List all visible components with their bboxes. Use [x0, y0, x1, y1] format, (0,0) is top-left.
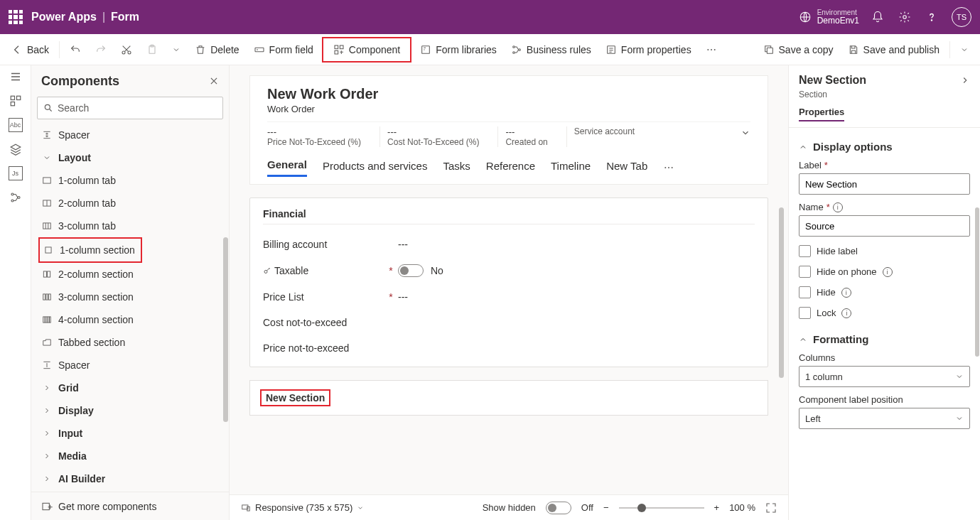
group-display-options[interactable]: Display options	[799, 141, 970, 153]
avatar[interactable]: TS	[952, 7, 971, 27]
tab-products[interactable]: Products and services	[323, 160, 428, 176]
back-button[interactable]: Back	[6, 38, 55, 61]
info-icon[interactable]: i	[833, 202, 843, 212]
layout-item-spacer[interactable]: Spacer	[34, 354, 229, 377]
tab-newtab[interactable]: New Tab	[606, 160, 647, 176]
save-chevron[interactable]	[954, 45, 974, 54]
layout-item-3colsec[interactable]: 3-column section	[34, 286, 229, 308]
svg-rect-21	[16, 96, 20, 99]
tabs-overflow[interactable]	[663, 162, 674, 173]
hide-phone-checkbox[interactable]: Hide on phonei	[799, 266, 970, 278]
field-cost-nte[interactable]: Cost not-to-exceed	[263, 317, 755, 328]
component-button[interactable]: Component	[328, 38, 406, 61]
waffle-icon[interactable]	[9, 10, 23, 24]
info-icon[interactable]: i	[883, 267, 893, 277]
field-price-nte[interactable]: Price not-to-exceed	[263, 342, 755, 354]
name-input[interactable]	[799, 215, 970, 237]
get-more-components[interactable]: Get more components	[31, 492, 229, 520]
svg-rect-31	[43, 271, 46, 277]
paste-button[interactable]	[141, 38, 163, 61]
components-rail-icon[interactable]	[9, 94, 23, 108]
js-rail-icon[interactable]: Js	[9, 166, 23, 180]
fit-icon[interactable]	[765, 502, 777, 514]
undo-button[interactable]	[64, 38, 87, 61]
form-properties-button[interactable]: Form properties	[600, 38, 697, 61]
layout-item-3coltab[interactable]: 3-column tab	[34, 215, 229, 237]
form-card[interactable]: New Work Order Work Order ---Price Not-T…	[249, 75, 768, 185]
save-copy-button[interactable]: Save a copy	[758, 38, 839, 61]
chevron-right-icon	[41, 473, 53, 484]
section-financial[interactable]: Financial Billing account--- Taxable * N…	[249, 197, 768, 367]
svg-rect-19	[767, 48, 772, 53]
section-new[interactable]: New Section	[249, 380, 768, 416]
info-icon[interactable]: i	[841, 288, 851, 298]
zoom-minus[interactable]: −	[603, 502, 609, 513]
abc-rail-icon[interactable]: Abc	[9, 118, 23, 132]
close-icon[interactable]	[209, 76, 219, 86]
layout-item-2colsec[interactable]: 2-column section	[34, 263, 229, 286]
zoom-slider[interactable]	[619, 507, 704, 509]
header-field[interactable]: ---Cost Not-To-Exceed (%)	[379, 126, 479, 147]
svg-rect-11	[422, 45, 430, 53]
hamburger-icon[interactable]	[9, 70, 23, 84]
tree-rail-icon[interactable]	[9, 190, 23, 205]
label-input[interactable]	[799, 173, 970, 195]
tab-tasks[interactable]: Tasks	[443, 160, 470, 176]
header-field[interactable]: ---Created on	[497, 126, 547, 147]
hide-label-checkbox[interactable]: Hide label	[799, 245, 970, 257]
label-pos-select[interactable]: Left	[799, 408, 970, 429]
save-publish-button[interactable]: Save and publish	[842, 38, 945, 61]
header-field[interactable]: Service account	[566, 126, 635, 147]
paste-chevron[interactable]	[166, 45, 186, 54]
hide-checkbox[interactable]: Hidei	[799, 286, 970, 298]
form-field-button[interactable]: Form field	[248, 38, 319, 61]
props-tab[interactable]: Properties	[799, 107, 844, 121]
zoom-plus[interactable]: +	[714, 502, 720, 513]
expand-icon[interactable]	[960, 75, 970, 85]
overflow-button[interactable]	[700, 38, 723, 61]
responsive-indicator[interactable]: Responsive (735 x 575)	[241, 502, 364, 513]
columns-select[interactable]: 1 column	[799, 366, 970, 387]
aibuilder-group[interactable]: AI Builder	[34, 467, 229, 490]
tab-timeline[interactable]: Timeline	[551, 160, 591, 176]
layout-item-1colsec[interactable]: 1-column section	[40, 239, 141, 261]
tab-general[interactable]: General	[267, 158, 307, 177]
form-libraries-button[interactable]: Form libraries	[414, 38, 502, 61]
props-scrollbar[interactable]	[975, 207, 979, 357]
group-formatting[interactable]: Formatting	[799, 333, 970, 345]
layout-item-2coltab[interactable]: 2-column tab	[34, 192, 229, 215]
spacer-icon	[41, 359, 53, 371]
search-input[interactable]: Search	[37, 97, 223, 119]
header-expand[interactable]	[741, 126, 750, 147]
header-field[interactable]: ---Price Not-To-Exceed (%)	[267, 126, 361, 147]
field-taxable[interactable]: Taxable * No	[263, 264, 755, 277]
layout-group[interactable]: Layout	[34, 146, 229, 169]
display-group[interactable]: Display	[34, 399, 229, 422]
toggle-taxable[interactable]	[398, 264, 424, 277]
help-icon[interactable]	[925, 10, 939, 24]
redo-button[interactable]	[90, 38, 112, 61]
layout-item-1coltab[interactable]: 1-column tab	[34, 169, 229, 192]
panel-scrollbar[interactable]	[222, 124, 229, 492]
info-icon[interactable]: i	[841, 308, 851, 318]
canvas-scrollbar[interactable]	[779, 207, 784, 378]
show-hidden-toggle[interactable]	[546, 502, 571, 514]
business-rules-button[interactable]: Business rules	[505, 38, 597, 61]
grid-group[interactable]: Grid	[34, 377, 229, 399]
layers-rail-icon[interactable]	[9, 142, 23, 156]
environment-picker[interactable]: Environment DemoEnv1	[799, 9, 859, 26]
cut-button[interactable]	[115, 38, 138, 61]
bell-icon[interactable]	[871, 10, 885, 24]
media-group[interactable]: Media	[34, 445, 229, 467]
layout-item-tabbed[interactable]: Tabbed section	[34, 331, 229, 354]
layout-item-4colsec[interactable]: 4-column section	[34, 308, 229, 331]
delete-button[interactable]: Delete	[189, 38, 244, 61]
rules-icon	[511, 44, 522, 55]
gear-icon[interactable]	[898, 10, 912, 24]
tab-reference[interactable]: Reference	[486, 160, 535, 176]
field-price-list[interactable]: Price List*---	[263, 291, 755, 303]
spacer-item-top[interactable]: Spacer	[34, 124, 229, 146]
field-billing-account[interactable]: Billing account---	[263, 239, 755, 250]
input-group[interactable]: Input	[34, 422, 229, 445]
lock-checkbox[interactable]: Locki	[799, 307, 970, 319]
